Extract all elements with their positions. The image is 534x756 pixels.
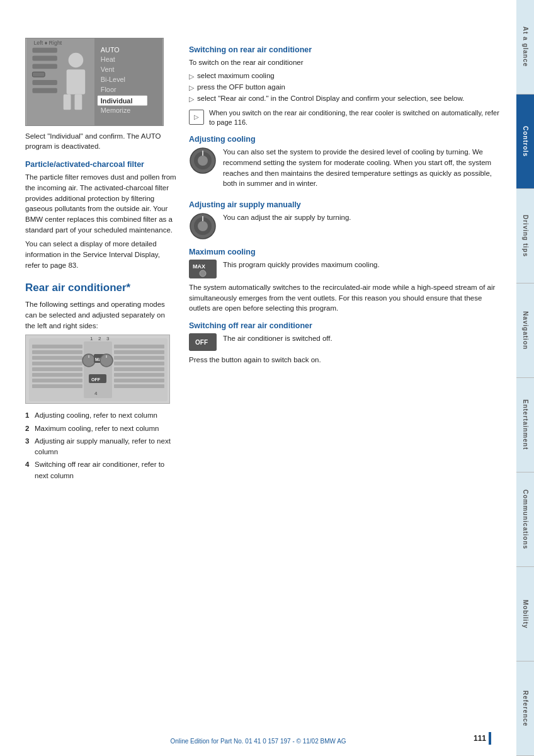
svg-text:2: 2 xyxy=(98,336,101,341)
adjusting-air-heading: Adjusting air supply manually xyxy=(189,200,504,209)
svg-rect-3 xyxy=(32,56,57,61)
screen-image: AUTO Heat Vent Bi-Level Floor Individual… xyxy=(25,38,164,126)
maximum-cooling-heading: Maximum cooling xyxy=(189,248,504,256)
footer-copyright: Online Edition for Part No. 01 41 0 157 … xyxy=(0,738,516,745)
adjusting-cooling-section: You can also set the system to provide t… xyxy=(189,147,504,193)
svg-rect-6 xyxy=(32,80,57,85)
svg-rect-33 xyxy=(114,350,164,354)
switching-off-section: OFF The air conditioner is switched off. xyxy=(189,333,504,351)
svg-text:Left ♦ Right: Left ♦ Right xyxy=(33,40,62,46)
list-item: 2 Maximum cooling, refer to next column xyxy=(25,423,176,434)
svg-text:Floor: Floor xyxy=(101,86,116,93)
svg-rect-32 xyxy=(114,345,164,348)
svg-point-63 xyxy=(200,270,206,277)
switching-off-text: The air conditioner is switched off. xyxy=(223,333,332,344)
svg-rect-11 xyxy=(74,94,82,110)
off-button: OFF xyxy=(189,333,217,351)
sidebar-tab-controls[interactable]: Controls xyxy=(516,94,534,189)
page-number-area: 111 xyxy=(474,732,491,745)
svg-text:3: 3 xyxy=(106,336,110,341)
svg-rect-7 xyxy=(32,88,57,93)
sidebar-tab-navigation[interactable]: Navigation xyxy=(516,284,534,378)
control-panel-image: 1 2 3 MAX OFF xyxy=(25,335,170,404)
svg-rect-30 xyxy=(32,379,82,382)
svg-rect-2 xyxy=(32,48,57,53)
list-item: 3 Adjusting air supply manually, refer t… xyxy=(25,436,176,458)
list-item: 1 Adjusting cooling, refer to next colum… xyxy=(25,410,176,421)
svg-rect-37 xyxy=(114,373,164,377)
switching-off-text2: Press the button again to switch back on… xyxy=(189,355,504,365)
particle-text-2: You can select a display of more detaile… xyxy=(25,239,176,270)
svg-rect-31 xyxy=(32,384,82,388)
svg-text:MAX: MAX xyxy=(193,263,205,270)
main-content: AUTO Heat Vent Bi-Level Floor Individual… xyxy=(0,0,516,756)
particle-text-1: The particle filter removes dust and pol… xyxy=(25,172,176,235)
sidebar-tab-at-a-glance[interactable]: At a glance xyxy=(516,0,534,94)
adjusting-cooling-text: You can also set the system to provide t… xyxy=(223,147,504,189)
max-button: MAX xyxy=(189,260,217,278)
svg-rect-39 xyxy=(114,384,164,388)
svg-point-55 xyxy=(198,156,208,166)
svg-rect-29 xyxy=(32,373,82,377)
svg-text:Individual: Individual xyxy=(101,97,133,105)
svg-text:OFF: OFF xyxy=(91,377,101,382)
svg-rect-36 xyxy=(114,367,164,371)
list-item: 4 Switching off rear air conditioner, re… xyxy=(25,459,176,481)
svg-text:4: 4 xyxy=(94,391,98,396)
svg-text:AUTO: AUTO xyxy=(101,46,120,54)
svg-rect-10 xyxy=(64,94,71,110)
rear-ac-heading: Rear air conditioner* xyxy=(25,282,176,294)
sidebar-tab-mobility[interactable]: Mobility xyxy=(516,567,534,662)
bullet-1: ▷ select maximum cooling xyxy=(189,72,504,81)
svg-point-8 xyxy=(69,53,84,68)
bullet-3: ▷ select "Rear air cond." in the Control… xyxy=(189,94,504,103)
switching-on-intro: To switch on the rear air conditioner xyxy=(189,57,504,68)
bullet-2: ▷ press the OFF button again xyxy=(189,83,504,92)
svg-rect-28 xyxy=(32,367,82,371)
svg-text:OFF: OFF xyxy=(195,339,208,346)
sidebar-tab-entertainment[interactable]: Entertainment xyxy=(516,378,534,472)
svg-rect-40 xyxy=(84,341,112,398)
svg-rect-4 xyxy=(32,64,57,69)
svg-rect-5 xyxy=(32,72,45,77)
svg-rect-24 xyxy=(32,345,82,348)
svg-rect-38 xyxy=(114,379,164,382)
svg-text:1: 1 xyxy=(90,336,93,341)
left-column: AUTO Heat Vent Bi-Level Floor Individual… xyxy=(25,38,176,483)
svg-rect-27 xyxy=(32,362,82,365)
svg-rect-35 xyxy=(114,362,164,365)
page-number-bar xyxy=(489,732,491,745)
svg-rect-26 xyxy=(32,356,82,360)
rear-ac-intro: The following settings and operating mod… xyxy=(25,299,176,331)
right-column: Switching on rear air conditioner To swi… xyxy=(189,38,504,483)
sidebar-tab-communications[interactable]: Communications xyxy=(516,472,534,567)
particle-filter-heading: Particle/activated-charcoal filter xyxy=(25,160,176,169)
page-number: 111 xyxy=(474,734,486,743)
svg-text:Memorize: Memorize xyxy=(101,106,131,114)
switching-on-heading: Switching on rear air conditioner xyxy=(189,45,504,54)
note-icon: ▷ xyxy=(189,110,204,125)
svg-text:Bi-Level: Bi-Level xyxy=(101,76,125,83)
adjusting-air-text: You can adjust the air supply by turning… xyxy=(223,212,351,223)
sidebar-tab-driving-tips[interactable]: Driving tips xyxy=(516,189,534,284)
note-box: ▷ When you switch on the rear air condit… xyxy=(189,108,504,128)
svg-rect-9 xyxy=(67,69,86,94)
switching-off-heading: Switching off rear air conditioner xyxy=(189,321,504,330)
maximum-cooling-text2: The system automatically switches to the… xyxy=(189,282,504,314)
sidebar-tab-reference[interactable]: Reference xyxy=(516,662,534,756)
maximum-cooling-section: MAX This program quickly provides maximu… xyxy=(189,260,504,278)
svg-point-59 xyxy=(198,221,208,231)
svg-rect-34 xyxy=(114,356,164,360)
svg-text:Heat: Heat xyxy=(101,55,115,63)
screen-caption: Select "Individual" and confirm. The AUT… xyxy=(25,131,176,151)
svg-rect-25 xyxy=(32,350,82,354)
svg-text:Vent: Vent xyxy=(101,66,115,73)
right-sidebar: At a glance Controls Driving tips Naviga… xyxy=(516,0,534,756)
adjusting-cooling-heading: Adjusting cooling xyxy=(189,135,504,144)
adjusting-air-section: You can adjust the air supply by turning… xyxy=(189,212,504,240)
maximum-cooling-text: This program quickly provides maximum co… xyxy=(223,260,380,270)
numbered-list: 1 Adjusting cooling, refer to next colum… xyxy=(25,410,176,481)
